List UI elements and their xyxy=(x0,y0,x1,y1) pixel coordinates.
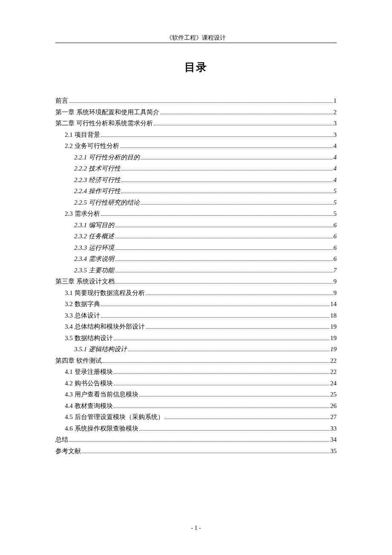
toc-entry-label: 前言 xyxy=(55,95,68,106)
toc-entry-page: 2 xyxy=(334,107,337,117)
toc-entry-label: 3.4 总体结构和模块外部设计 xyxy=(65,321,145,332)
toc-entry[interactable]: 3.3 总体设计18 xyxy=(55,310,337,321)
toc-entry[interactable]: 2.3 需求分析5 xyxy=(55,208,337,219)
toc-entry[interactable]: 2.2.3 经济可行性4 xyxy=(55,175,337,185)
toc-entry[interactable]: 4.4 教材查询模块26 xyxy=(55,401,337,411)
toc-entry-page: 4 xyxy=(334,163,337,173)
toc-entry-page: 18 xyxy=(330,310,337,321)
toc-entry[interactable]: 4.3 用户查看当前信息模块25 xyxy=(55,389,337,399)
toc-entry[interactable]: 前言1 xyxy=(55,95,337,106)
toc-entry-page: 6 xyxy=(334,254,337,264)
toc-entry[interactable]: 2.1 项目背景3 xyxy=(55,130,337,140)
toc-leader-dots xyxy=(115,260,333,261)
toc-entry[interactable]: 2.2.5 可行性研究的结论5 xyxy=(55,197,337,208)
toc-entry-label: 4.2 购书公告模块 xyxy=(65,378,113,388)
toc-entry-label: 第一章 系统环境配置和使用工具简介 xyxy=(55,107,159,117)
toc-entry-label: 参考文献 xyxy=(55,446,81,456)
toc-entry-label: 第三章 系统设计文档 xyxy=(55,276,115,286)
toc-entry[interactable]: 2.3.1 编写目的6 xyxy=(55,220,337,230)
toc-leader-dots xyxy=(160,114,333,114)
toc-entry-label: 3.2 数据字典 xyxy=(65,299,100,309)
toc-entry-page: 35 xyxy=(330,446,337,456)
toc-entry-page: 19 xyxy=(330,344,337,354)
header-rule xyxy=(55,43,337,43)
toc-entry[interactable]: 2.2.4 操作可行性5 xyxy=(55,186,337,196)
toc-entry-label: 4.5 后台管理设置模块（采购系统） xyxy=(65,412,164,422)
toc-entry[interactable]: 2.3.5 主要功能7 xyxy=(55,265,337,275)
toc-entry-label: 2.3.3 运行环境 xyxy=(74,243,114,253)
toc-leader-dots xyxy=(141,204,333,205)
toc-leader-dots xyxy=(121,182,333,182)
toc-entry-label: 3.5.1 逻辑结构设计 xyxy=(74,344,127,354)
toc-leader-dots xyxy=(115,272,333,272)
toc-entry-page: 33 xyxy=(330,423,337,434)
toc-entry-label: 3.1 简要现行数据流程及分析 xyxy=(65,288,145,298)
toc-entry[interactable]: 3.2 数据字典14 xyxy=(55,299,337,309)
toc-entry[interactable]: 2.3.2 任务概述6 xyxy=(55,231,337,241)
toc-entry-page: 34 xyxy=(330,434,337,445)
toc-entry-label: 2.3.2 任务概述 xyxy=(74,231,114,241)
toc-leader-dots xyxy=(103,362,329,363)
toc-entry-page: 4 xyxy=(334,175,337,185)
toc-entry[interactable]: 第一章 系统环境配置和使用工具简介2 xyxy=(55,107,337,117)
toc-entry-page: 26 xyxy=(330,401,337,411)
toc-entry-label: 2.3.4 需求说明 xyxy=(74,254,114,264)
toc-leader-dots xyxy=(101,215,333,216)
toc-leader-dots xyxy=(115,238,333,238)
toc-leader-dots xyxy=(101,317,330,318)
toc-entry[interactable]: 参考文献35 xyxy=(55,446,337,456)
toc-entry[interactable]: 4.2 购书公告模块24 xyxy=(55,378,337,388)
toc-leader-dots xyxy=(121,170,333,171)
toc-entry-label: 3.5 数据结构设计 xyxy=(65,333,113,343)
toc-entry-label: 2.3.1 编写目的 xyxy=(74,220,114,230)
toc-entry[interactable]: 3.5.1 逻辑结构设计19 xyxy=(55,344,337,354)
toc-entry[interactable]: 2.2.2 技术可行性4 xyxy=(55,163,337,173)
toc-entry[interactable]: 第三章 系统设计文档9 xyxy=(55,276,337,286)
toc-leader-dots xyxy=(141,159,333,159)
toc-entry[interactable]: 第二章 可行性分析和系统需求分析3 xyxy=(55,118,337,128)
toc-leader-dots xyxy=(82,453,329,453)
toc-entry-page: 6 xyxy=(334,220,337,230)
toc-entry[interactable]: 3.5 数据结构设计19 xyxy=(55,333,337,343)
toc-leader-dots xyxy=(139,396,330,396)
toc-title: 目录 xyxy=(55,60,337,74)
toc-entry-label: 4.3 用户查看当前信息模块 xyxy=(65,389,138,399)
toc-entry-page: 19 xyxy=(330,333,337,343)
toc-entry[interactable]: 3.1 简要现行数据流程及分析9 xyxy=(55,288,337,298)
toc-entry[interactable]: 第四章 软件测试22 xyxy=(55,356,337,366)
toc-entry[interactable]: 4.5 后台管理设置模块（采购系统）27 xyxy=(55,412,337,422)
toc-entry[interactable]: 2.2 业务可行性分析4 xyxy=(55,141,337,151)
toc-entry[interactable]: 4.6 系统操作权限查验模块33 xyxy=(55,423,337,434)
toc-entry-label: 2.3 需求分析 xyxy=(65,208,100,219)
toc-leader-dots xyxy=(115,283,333,283)
toc-entry-label: 4.6 系统操作权限查验模块 xyxy=(65,423,138,434)
toc-entry-page: 5 xyxy=(334,208,337,219)
toc-entry-page: 9 xyxy=(334,276,337,286)
toc-entry-page: 14 xyxy=(330,299,337,309)
toc-leader-dots xyxy=(146,295,333,295)
toc-entry[interactable]: 总结34 xyxy=(55,434,337,445)
toc-entry-label: 2.2.4 操作可行性 xyxy=(74,186,121,196)
toc-entry-page: 3 xyxy=(334,118,337,128)
toc-entry[interactable]: 2.2.1 可行性分析的目的4 xyxy=(55,152,337,162)
toc-entry-page: 24 xyxy=(330,378,337,388)
toc-entry-page: 5 xyxy=(334,186,337,196)
toc-entry-page: 25 xyxy=(330,389,337,399)
toc-leader-dots xyxy=(101,136,333,137)
toc-entry[interactable]: 3.4 总体结构和模块外部设计19 xyxy=(55,321,337,332)
toc-entry-label: 2.2.5 可行性研究的结论 xyxy=(74,197,140,208)
toc-entry-page: 6 xyxy=(334,231,337,241)
toc-entry[interactable]: 2.3.3 运行环境6 xyxy=(55,243,337,253)
toc-entry-page: 19 xyxy=(330,321,337,332)
toc-entry[interactable]: 4.1 登录注册模块22 xyxy=(55,367,337,377)
table-of-contents: 前言1第一章 系统环境配置和使用工具简介2第二章 可行性分析和系统需求分析32.… xyxy=(55,95,337,456)
toc-leader-dots xyxy=(165,419,330,419)
toc-entry-label: 第四章 软件测试 xyxy=(55,356,102,366)
toc-entry[interactable]: 2.3.4 需求说明6 xyxy=(55,254,337,264)
toc-entry-label: 2.2.1 可行性分析的目的 xyxy=(74,152,140,162)
toc-entry-page: 7 xyxy=(334,265,337,275)
toc-leader-dots xyxy=(115,227,333,227)
toc-entry-page: 4 xyxy=(334,141,337,151)
toc-leader-dots xyxy=(114,340,330,340)
toc-entry-page: 22 xyxy=(330,356,337,366)
